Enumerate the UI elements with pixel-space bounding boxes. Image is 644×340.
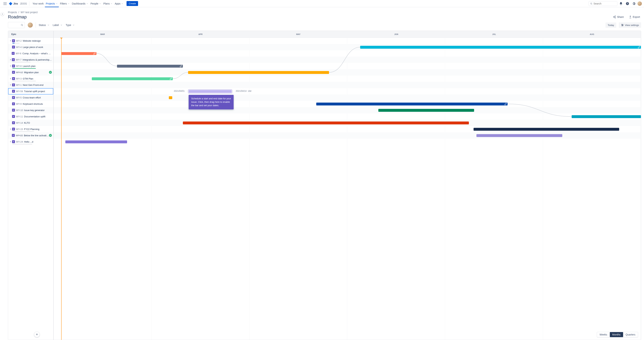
epic-row[interactable]: WY-6Comp. Analysis – what's out th... (8, 50, 53, 57)
epic-bar[interactable] (183, 121, 469, 124)
epic-row[interactable]: WY-24Hello ...d (8, 139, 53, 145)
epic-bar[interactable] (360, 46, 641, 49)
epic-row[interactable]: WY-22Below the line activations (8, 132, 53, 139)
epic-row[interactable]: WY-10Issue key generator (8, 107, 53, 113)
epic-key: WY-2 (16, 40, 22, 42)
global-search-input[interactable] (594, 2, 616, 5)
nav-item-your-work[interactable]: Your work (32, 0, 45, 7)
timeline-row[interactable] (54, 120, 641, 126)
epic-title: Migration plan (24, 71, 39, 74)
epic-bar[interactable] (117, 65, 183, 68)
label-filter[interactable]: Label (52, 23, 63, 27)
epic-key: WY-11 (16, 115, 23, 118)
expand-toggle[interactable] (9, 128, 12, 130)
share-button[interactable]: Share (612, 15, 625, 19)
timeline-row[interactable] (54, 50, 641, 57)
epic-row[interactable]: WY-9Keyboard shortcuts (8, 101, 53, 107)
global-search[interactable] (588, 1, 617, 6)
breadcrumb-project-name[interactable]: WY test project (20, 11, 38, 14)
epic-row[interactable]: WY-8Launch plan (8, 63, 53, 69)
epic-bar[interactable] (92, 77, 173, 80)
epic-bar[interactable] (189, 90, 232, 93)
settings-icon[interactable] (631, 1, 637, 7)
epic-type-icon (12, 52, 14, 55)
export-button[interactable]: Export (628, 15, 641, 19)
epic-bar[interactable] (188, 71, 329, 74)
epic-row[interactable]: WY-2Website redesign (8, 38, 53, 44)
timeline-row[interactable] (54, 44, 641, 50)
expand-toggle[interactable] (9, 141, 12, 143)
expand-toggle[interactable] (9, 59, 12, 61)
epic-row[interactable]: WY-14KLTO (8, 120, 53, 126)
profile-avatar[interactable] (638, 2, 642, 6)
timeline-row[interactable] (54, 94, 641, 101)
timeline-row[interactable] (54, 57, 641, 63)
epic-search[interactable] (8, 22, 25, 28)
expand-toggle[interactable] (9, 84, 12, 86)
epic-type-icon (12, 109, 15, 112)
epic-bar[interactable] (378, 109, 474, 112)
epic-row[interactable]: WY-7Integrations & partnership API (8, 57, 53, 63)
epic-row[interactable]: WY-4Large piece of work (8, 44, 53, 50)
create-button[interactable]: Create (126, 1, 138, 6)
epic-row[interactable]: WY-5Cross-team effort (8, 94, 53, 101)
nav-item-apps[interactable]: Apps (114, 0, 124, 7)
timeline-row[interactable] (54, 126, 641, 132)
zoom-weeks[interactable]: Weeks (597, 332, 610, 337)
epic-row[interactable]: WY-3GTM Plan (8, 76, 53, 82)
epic-bar[interactable] (476, 134, 562, 137)
app-switcher-icon[interactable] (2, 1, 8, 7)
timeline-row[interactable] (54, 101, 641, 107)
timeline-row[interactable] (54, 69, 641, 76)
timeline-row[interactable] (54, 82, 641, 88)
epic-row[interactable]: WY-1Next Gen Front-end (8, 82, 53, 88)
expand-toggle[interactable] (9, 40, 12, 42)
help-icon[interactable]: ? (624, 1, 630, 7)
timeline-row[interactable] (54, 139, 641, 145)
epic-row[interactable]: WY-12Migration plan (8, 69, 53, 76)
nav-item-projects[interactable]: Projects (45, 0, 59, 7)
nav-item-plans[interactable]: Plans (102, 0, 114, 7)
timeline-row[interactable] (54, 76, 641, 82)
timeline-row[interactable] (54, 38, 641, 44)
status-filter[interactable]: Status (38, 23, 50, 27)
timeline-row[interactable]: 2021/04/012021/04/14 14d (54, 88, 641, 94)
epic-key: WY-10 (16, 109, 23, 112)
epic-bar[interactable] (61, 52, 96, 55)
epic-bar[interactable] (474, 128, 619, 131)
assignee-filter-avatar[interactable] (27, 22, 33, 28)
timeline-row[interactable] (54, 107, 641, 113)
epic-bar[interactable] (572, 115, 641, 118)
status-done-icon (49, 134, 52, 137)
type-filter[interactable]: Type (65, 23, 75, 27)
epic-title: Launch plan (23, 65, 36, 67)
epic-bar[interactable] (65, 140, 127, 143)
nav-item-dashboards[interactable]: Dashboards (71, 0, 90, 7)
today-button[interactable]: Today (606, 23, 616, 28)
epic-bar-accent[interactable] (169, 96, 172, 99)
notifications-icon[interactable] (618, 1, 624, 7)
epic-bar[interactable] (316, 103, 508, 105)
timeline-row[interactable] (54, 113, 641, 120)
expand-toggle[interactable] (9, 78, 12, 80)
epic-key: WY-22 (16, 134, 23, 137)
zoom-months[interactable]: Months (610, 332, 623, 337)
expand-toggle[interactable] (9, 65, 12, 67)
jira-logo[interactable]: Jira (9, 2, 18, 6)
sidebar-expand-toggle[interactable] (0, 12, 4, 16)
breadcrumb-projects[interactable]: Projects (8, 11, 17, 14)
epic-title: Large piece of work (23, 46, 43, 49)
timeline[interactable]: 2021/04/012021/04/14 14dSchedule a start… (54, 38, 641, 340)
epic-row[interactable]: WY-11Documentation uplift (8, 113, 53, 120)
epic-row[interactable]: WY-59Tutorial uplift project (8, 88, 53, 94)
nav-item-people[interactable]: People (90, 0, 102, 7)
add-epic-button[interactable]: + (34, 331, 40, 337)
view-settings-button[interactable]: View settings (619, 22, 641, 28)
timeline-row[interactable] (54, 63, 641, 69)
zoom-quarters[interactable]: Quarters (623, 332, 638, 337)
svg-point-15 (21, 24, 22, 26)
timeline-row[interactable] (54, 132, 641, 139)
nav-item-filters[interactable]: Filters (59, 0, 71, 7)
epic-type-icon (12, 90, 15, 93)
epic-row[interactable]: WY-15FY22 Planning (8, 126, 53, 132)
